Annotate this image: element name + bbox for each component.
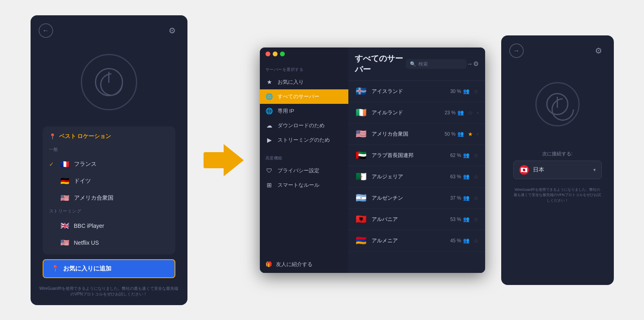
download-label: ダウンロードのため — [278, 122, 325, 129]
back-icon: ← — [43, 27, 49, 34]
nav-streaming[interactable]: ▶ ストリーミングのため — [260, 133, 348, 147]
iceland-star[interactable]: ☆ — [473, 88, 479, 95]
country-selector[interactable]: 🇯🇵 日本 ▾ — [513, 161, 602, 179]
nav-all-servers[interactable]: 🌐 すべてのサーバー — [260, 89, 348, 104]
server-row[interactable]: 🇦🇷 アルゼンチン 37 % 👥 ☆ — [348, 188, 485, 209]
load-icon: 👥 — [463, 88, 469, 94]
left-top-bar: ← ⚙ — [39, 23, 179, 38]
gear-icon: ⚙ — [169, 26, 176, 35]
location-france[interactable]: ✓ 🇫🇷 フランス — [43, 156, 175, 173]
next-icon[interactable]: → — [467, 60, 473, 68]
close-dot[interactable] — [265, 52, 270, 56]
bbc-label: BBC iPlayer — [74, 223, 104, 229]
algeria-load: 63 % 👥 — [450, 173, 469, 180]
load-icon-6: 👥 — [463, 195, 469, 201]
armenia-flag: 🇦🇲 — [355, 234, 368, 247]
server-row[interactable]: 🇮🇸 アイスランド 30 % 👥 ☆ — [348, 81, 485, 102]
search-icon: 🔍 — [410, 61, 416, 67]
middle-panel: サーバーを選択する ★ お気に入り 🌐 すべてのサーバー 🌐 専用 IP ☁ ダ… — [260, 47, 485, 273]
ireland-star[interactable]: ☆ — [468, 109, 473, 116]
dedicated-ip-label: 専用 IP — [278, 107, 294, 115]
add-favorites-label: お気に入りに追加 — [63, 265, 111, 273]
refer-label: 友人に紹介する — [276, 261, 313, 268]
load-icon-3: 👥 — [457, 131, 464, 137]
power-circle[interactable] — [81, 54, 137, 110]
server-row[interactable]: 🇺🇸 アメリカ合衆国 50 % 👥 ★ › — [348, 124, 485, 145]
nav-smart-rules[interactable]: ⊞ スマートなルール — [260, 178, 348, 192]
albania-star[interactable]: ☆ — [473, 216, 479, 223]
mid-sidebar: サーバーを選択する ★ お気に入り 🌐 すべてのサーバー 🌐 専用 IP ☁ ダ… — [260, 47, 348, 273]
streaming-label: ストリーミングのため — [278, 136, 330, 144]
all-servers-label: すべてのサーバー — [278, 93, 319, 100]
argentina-flag: 🇦🇷 — [355, 192, 368, 204]
settings-icon[interactable]: ⚙ — [473, 60, 479, 68]
iceland-load: 30 % 👥 — [450, 88, 469, 94]
right-power-circle[interactable] — [535, 82, 580, 126]
armenia-name: アルメニア — [372, 237, 446, 244]
nav-refer[interactable]: 🎁 友人に紹介する — [260, 256, 348, 273]
shield-icon: 🛡 — [265, 167, 274, 174]
left-panel: ← ⚙ 📍 ベスト ロケーション 一般 ✓ 🇫🇷 フランス 🇩🇪 — [31, 15, 187, 305]
privacy-label: プライバシー設定 — [278, 167, 319, 174]
uk-flag: 🇬🇧 — [60, 221, 70, 231]
armenia-star[interactable]: ☆ — [473, 237, 479, 244]
iceland-name: アイスランド — [372, 88, 446, 95]
location-usa[interactable]: 🇺🇸 アメリカ合衆国 — [43, 190, 175, 206]
nav-download[interactable]: ☁ ダウンロードのため — [260, 118, 348, 133]
scene: ← ⚙ 📍 ベスト ロケーション 一般 ✓ 🇫🇷 フランス 🇩🇪 — [31, 15, 614, 305]
ireland-load: 23 % 👥 — [444, 109, 463, 116]
power-icon — [95, 68, 123, 96]
usa-flag: 🇺🇸 — [60, 193, 70, 203]
server-row[interactable]: 🇦🇱 アルバニア 53 % 👥 ☆ — [348, 209, 485, 230]
location-dropdown: 📍 ベスト ロケーション 一般 ✓ 🇫🇷 フランス 🇩🇪 ドイツ 🇺🇸 アメリカ… — [43, 126, 175, 254]
content-title: すべてのサーバー — [355, 53, 406, 75]
back-button[interactable]: ← — [39, 23, 53, 38]
uae-star[interactable]: ☆ — [473, 152, 479, 159]
section-general-label: 一般 — [43, 145, 175, 156]
smart-rules-label: スマートなルール — [278, 182, 319, 189]
right-top-bar: → ⚙ — [509, 43, 606, 58]
settings-button[interactable]: ⚙ — [165, 23, 179, 38]
sidebar-section-label: サーバーを選択する — [260, 62, 348, 75]
location-netflix-us[interactable]: 🇺🇸 Netflix US — [43, 234, 175, 251]
nav-favorites[interactable]: ★ お気に入り — [260, 75, 348, 89]
usa-star[interactable]: ★ — [468, 131, 473, 137]
ireland-flag: 🇮🇪 — [355, 106, 368, 119]
nav-privacy[interactable]: 🛡 プライバシー設定 — [260, 163, 348, 178]
argentina-star[interactable]: ☆ — [473, 195, 479, 201]
gift-icon: 🎁 — [265, 261, 272, 267]
minimize-dot[interactable] — [273, 52, 278, 56]
location-bbc[interactable]: 🇬🇧 BBC iPlayer — [43, 217, 175, 234]
server-row[interactable]: 🇩🇿 アルジェリア 63 % 👥 ☆ — [348, 166, 485, 188]
load-icon-2: 👥 — [457, 109, 464, 116]
right-power-icon — [546, 93, 568, 115]
globe-icon-2: 🌐 — [265, 107, 274, 115]
maximize-dot[interactable] — [280, 52, 285, 56]
iceland-flag: 🇮🇸 — [355, 85, 368, 98]
usa-chevron: › — [477, 131, 479, 137]
location-germany[interactable]: 🇩🇪 ドイツ — [43, 173, 175, 190]
right-back-button[interactable]: → — [509, 43, 524, 58]
server-row[interactable]: 🇦🇲 アルメニア 45 % 👥 ☆ — [348, 230, 485, 252]
nav-dedicated-ip[interactable]: 🌐 専用 IP — [260, 104, 348, 118]
usa-label: アメリカ合衆国 — [74, 194, 113, 202]
search-input[interactable] — [418, 61, 463, 67]
content-header: すべてのサーバー 🔍 → ⚙ — [348, 47, 485, 81]
uae-load: 62 % 👥 — [450, 152, 469, 158]
argentina-load: 37 % 👥 — [450, 195, 469, 201]
usa-flag-3: 🇺🇸 — [355, 128, 368, 140]
grid-icon: ⊞ — [265, 182, 274, 189]
albania-load: 53 % 👥 — [450, 216, 469, 222]
section-streaming-label: ストリーミング — [43, 206, 175, 217]
us-flag-2: 🇺🇸 — [60, 237, 70, 248]
add-favorites-button[interactable]: 📍 お気に入りに追加 — [43, 259, 175, 278]
japan-flag: 🇯🇵 — [519, 165, 529, 175]
algeria-star[interactable]: ☆ — [473, 173, 479, 180]
server-row[interactable]: 🇦🇪 アラブ首長国連邦 62 % 👥 ☆ — [348, 145, 485, 166]
wireguard-text: WireGuard®を使用できるようになりました。弊社の最も速くて安全な最先端の… — [509, 187, 606, 204]
play-icon: ▶ — [265, 136, 274, 144]
algeria-flag: 🇩🇿 — [355, 170, 368, 183]
favorites-label: お気に入り — [278, 78, 304, 86]
server-row[interactable]: 🇮🇪 アイルランド 23 % 👥 ☆ › — [348, 102, 485, 124]
right-settings-button[interactable]: ⚙ — [591, 43, 606, 58]
